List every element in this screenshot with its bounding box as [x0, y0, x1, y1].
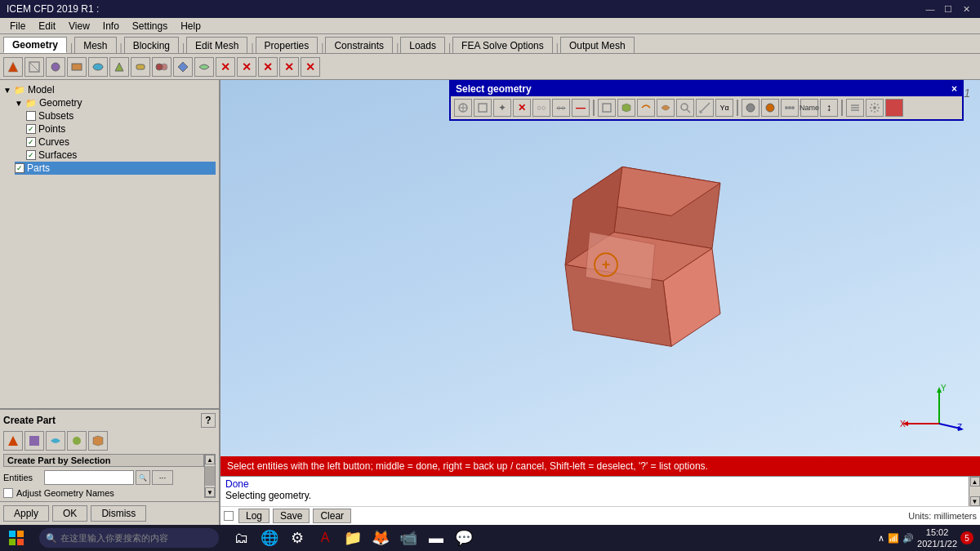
console-scroll-down[interactable]: ▼	[970, 496, 980, 506]
apply-button[interactable]: Apply	[3, 505, 49, 522]
adjust-geometry-checkbox[interactable]	[3, 488, 13, 498]
tab-geometry[interactable]: Geometry	[3, 37, 67, 53]
sg-btn-color-red[interactable]	[885, 99, 903, 117]
toolbar-delete-3[interactable]: ✕	[258, 57, 278, 77]
tab-loads[interactable]: Loads	[400, 37, 445, 53]
tree-geometry[interactable]: ▼ 📁 Geometry	[15, 96, 216, 109]
sg-btn-circle-fill[interactable]	[742, 99, 760, 117]
ok-button[interactable]: OK	[52, 505, 87, 522]
toolbar-delete-2[interactable]: ✕	[237, 57, 256, 77]
menu-file[interactable]: File	[3, 18, 32, 33]
save-button[interactable]: Save	[273, 509, 310, 523]
scroll-thumb[interactable]	[205, 466, 215, 486]
sg-btn-2[interactable]	[474, 99, 492, 117]
console-scrollbar[interactable]: ▲ ▼	[969, 477, 980, 506]
tab-output-mesh[interactable]: Output Mesh	[560, 37, 635, 53]
help-icon[interactable]: ?	[201, 413, 216, 428]
notification-badge[interactable]: 5	[960, 531, 973, 544]
maximize-button[interactable]: ☐	[941, 2, 956, 16]
tree-parts[interactable]: Parts	[15, 162, 216, 175]
tab-properties[interactable]: Properties	[256, 37, 318, 53]
log-checkbox[interactable]	[224, 511, 234, 521]
taskbar-app-acrobat[interactable]: A	[312, 525, 338, 551]
taskbar-app-mail[interactable]: 💬	[451, 525, 477, 551]
taskbar-app-explorer[interactable]: 🗂	[229, 525, 255, 551]
tab-mesh[interactable]: Mesh	[74, 37, 116, 53]
cp-icon-1[interactable]	[3, 431, 23, 451]
clear-button[interactable]: Clear	[313, 509, 351, 523]
tree-surfaces[interactable]: Surfaces	[26, 149, 216, 162]
sg-btn-star[interactable]: ✦	[493, 99, 511, 117]
taskbar-app-gitlab[interactable]: 🦊	[368, 525, 394, 551]
entities-select-btn[interactable]: 🔍	[136, 470, 150, 485]
sg-btn-solid[interactable]	[617, 99, 635, 117]
scroll-down-arrow[interactable]: ▼	[205, 487, 215, 497]
taskbar-app-video[interactable]: 📹	[395, 525, 421, 551]
taskbar-chevron[interactable]: ∧	[878, 533, 884, 544]
toolbar-delete-4[interactable]: ✕	[279, 57, 299, 77]
dismiss-button[interactable]: Dismiss	[91, 505, 146, 522]
cp-icon-5[interactable]	[88, 431, 108, 451]
sg-btn-curve[interactable]	[637, 99, 655, 117]
menu-help[interactable]: Help	[174, 18, 207, 33]
sg-btn-1[interactable]	[454, 99, 472, 117]
toolbar-icon-6[interactable]	[109, 57, 129, 77]
create-part-scrollbar[interactable]: ▲ ▼	[204, 454, 216, 498]
toolbar-delete-5[interactable]: ✕	[301, 57, 320, 77]
entities-input[interactable]	[44, 470, 134, 485]
sg-btn-dots[interactable]	[781, 99, 799, 117]
toolbar-icon-10[interactable]	[194, 57, 214, 77]
toolbar-icon-9[interactable]	[173, 57, 193, 77]
tab-edit-mesh[interactable]: Edit Mesh	[186, 37, 247, 53]
taskbar-app-terminal[interactable]: ▬	[423, 525, 449, 551]
sg-btn-oo2[interactable]: ○○	[552, 99, 570, 117]
tree-points[interactable]: Points	[26, 122, 216, 136]
menu-info[interactable]: Info	[96, 18, 126, 33]
cp-icon-4[interactable]	[67, 431, 87, 451]
taskbar-time-date[interactable]: 15:02 2021/1/22	[917, 527, 957, 550]
sg-btn-name[interactable]: Name	[800, 99, 818, 117]
tree-curves[interactable]: Curves	[26, 136, 216, 149]
scroll-up-arrow[interactable]: ▲	[205, 455, 215, 464]
taskbar-app-chrome[interactable]: ⚙	[284, 525, 310, 551]
menu-edit[interactable]: Edit	[32, 18, 62, 33]
sg-btn-minus[interactable]: —	[572, 99, 590, 117]
taskbar-app-edge[interactable]: 🌐	[256, 525, 283, 551]
cp-icon-2[interactable]	[24, 431, 44, 451]
sg-btn-oo1[interactable]: ○○	[532, 99, 550, 117]
sg-btn-normal[interactable]: Yα	[715, 99, 733, 117]
sg-btn-color1[interactable]	[761, 99, 779, 117]
sg-btn-x[interactable]: ✕	[513, 99, 531, 117]
sg-btn-box[interactable]	[598, 99, 616, 117]
console-done-link[interactable]: Done	[225, 478, 249, 490]
3d-viewport[interactable]: 2019 R1	[220, 80, 980, 456]
taskbar-app-files[interactable]: 📁	[340, 525, 366, 551]
tree-subsets[interactable]: Subsets	[26, 109, 216, 122]
toolbar-icon-2[interactable]	[24, 57, 44, 77]
minimize-button[interactable]: —	[923, 2, 938, 16]
tree-model[interactable]: ▼ 📁 Model	[3, 83, 216, 96]
taskbar-search[interactable]: 🔍 在这里输入你要搜索的内容	[39, 528, 219, 548]
toolbar-icon-3[interactable]	[46, 57, 65, 77]
menu-settings[interactable]: Settings	[126, 18, 174, 33]
toolbar-icon-8[interactable]	[152, 57, 172, 77]
sg-btn-arrow[interactable]: ↕	[820, 99, 838, 117]
taskbar-volume[interactable]: 🔊	[902, 533, 914, 544]
toolbar-icon-5[interactable]	[88, 57, 108, 77]
close-button[interactable]: ✕	[959, 2, 973, 16]
toolbar-icon-7[interactable]	[131, 57, 150, 77]
entities-more-btn[interactable]: ···	[152, 470, 173, 485]
toolbar-icon-1[interactable]	[3, 57, 23, 77]
tab-constraints[interactable]: Constraints	[325, 37, 393, 53]
menu-view[interactable]: View	[62, 18, 96, 33]
sg-btn-surface[interactable]	[657, 99, 675, 117]
cp-icon-3[interactable]	[46, 431, 65, 451]
select-geometry-close[interactable]: ×	[951, 83, 957, 95]
toolbar-delete-1[interactable]: ✕	[216, 57, 235, 77]
sg-btn-zoom[interactable]	[676, 99, 694, 117]
sg-btn-layers[interactable]	[846, 99, 864, 117]
start-button[interactable]	[0, 525, 33, 551]
sg-btn-settings[interactable]	[866, 99, 884, 117]
tab-blocking[interactable]: Blocking	[124, 37, 179, 53]
taskbar-network[interactable]: 📶	[888, 533, 899, 544]
